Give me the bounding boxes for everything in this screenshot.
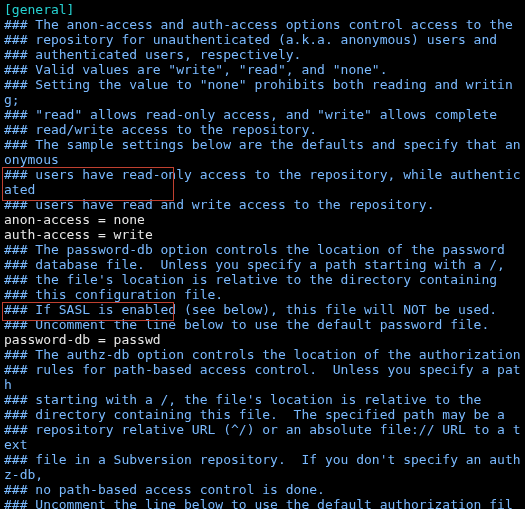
comment-marker: ### xyxy=(4,107,27,122)
comment-line: directory containing this file. The spec… xyxy=(35,407,505,422)
comment-marker: ### xyxy=(4,62,27,77)
comment-line: no path-based access control is done. xyxy=(35,482,325,497)
comment-marker: ### xyxy=(4,497,27,509)
comment-line: Valid values are "write", "read", and "n… xyxy=(35,62,387,77)
comment-marker: ### xyxy=(4,47,27,62)
setting-auth-access: auth-access = write xyxy=(4,227,153,242)
comment-line: repository relative URL (^/) or an absol… xyxy=(4,422,521,452)
comment-marker: ### xyxy=(4,302,27,317)
comment-marker: ### xyxy=(4,257,27,272)
comment-line: database file. Unless you specify a path… xyxy=(35,257,505,272)
comment-line: If SASL is enabled (see below), this fil… xyxy=(35,302,497,317)
comment-line: The sample settings below are the defaul… xyxy=(4,137,521,167)
comment-line: The authz-db option controls the locatio… xyxy=(35,347,520,362)
comment-line: authenticated users, respectively. xyxy=(35,47,301,62)
comment-marker: ### xyxy=(4,482,27,497)
comment-line: this configuration file. xyxy=(35,287,223,302)
comment-line: Setting the value to "none" prohibits bo… xyxy=(4,77,513,107)
comment-marker: ### xyxy=(4,32,27,47)
comment-line: file in a Subversion repository. If you … xyxy=(4,452,521,482)
comment-marker: ### xyxy=(4,347,27,362)
comment-marker: ### xyxy=(4,167,27,182)
comment-line: rules for path-based access control. Unl… xyxy=(4,362,521,392)
comment-marker: ### xyxy=(4,392,27,407)
comment-marker: ### xyxy=(4,362,27,377)
comment-marker: ### xyxy=(4,197,27,212)
comment-line: "read" allows read-only access, and "wri… xyxy=(35,107,497,122)
comment-line: the file's location is relative to the d… xyxy=(35,272,497,287)
comment-marker: ### xyxy=(4,122,27,137)
comment-marker: ### xyxy=(4,317,27,332)
comment-line: The password-db option controls the loca… xyxy=(35,242,505,257)
setting-anon-access: anon-access = none xyxy=(4,212,145,227)
comment-marker: ### xyxy=(4,407,27,422)
comment-line: users have read-only access to the repos… xyxy=(4,167,521,197)
comment-marker: ### xyxy=(4,77,27,92)
comment-marker: ### xyxy=(4,452,27,467)
comment-line: Uncomment the line below to use the defa… xyxy=(4,497,513,509)
comment-line: read/write access to the repository. xyxy=(35,122,317,137)
comment-line: starting with a /, the file's location i… xyxy=(35,392,481,407)
comment-marker: ### xyxy=(4,242,27,257)
comment-marker: ### xyxy=(4,422,27,437)
comment-line: repository for unauthenticated (a.k.a. a… xyxy=(35,32,497,47)
setting-password-db: password-db = passwd xyxy=(4,332,161,347)
comment-marker: ### xyxy=(4,137,27,152)
comment-marker: ### xyxy=(4,17,27,32)
section-header: [general] xyxy=(4,2,74,17)
comment-marker: ### xyxy=(4,287,27,302)
terminal-output[interactable]: [general] ### The anon-access and auth-a… xyxy=(0,0,525,509)
comment-marker: ### xyxy=(4,272,27,287)
comment-line: The anon-access and auth-access options … xyxy=(35,17,512,32)
comment-line: Uncomment the line below to use the defa… xyxy=(35,317,489,332)
comment-line: users have read and write access to the … xyxy=(35,197,434,212)
